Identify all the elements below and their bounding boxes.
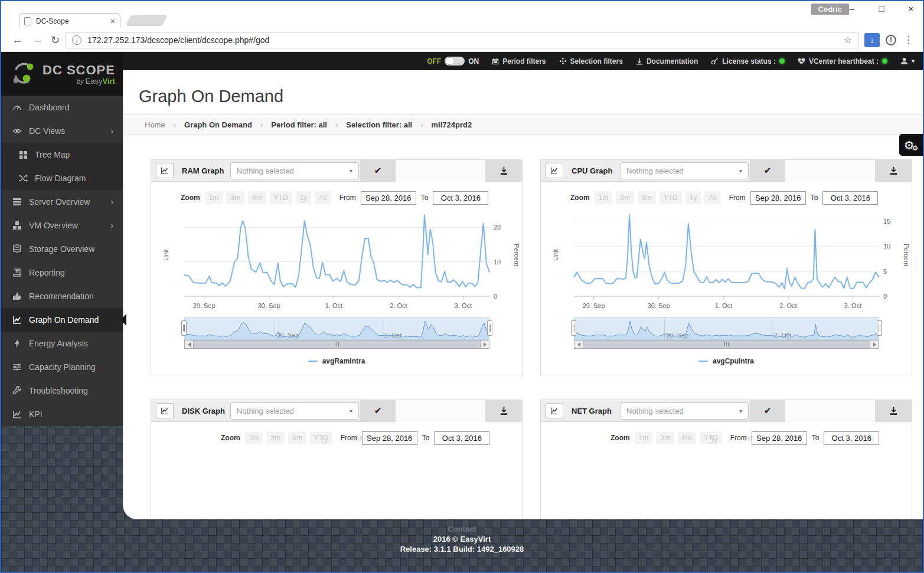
window-maximize-button[interactable]: □ <box>874 4 889 14</box>
period-filters-button[interactable]: Period filters <box>492 57 546 66</box>
navigator-chart[interactable]: 30. Sep2. Oct <box>184 317 489 340</box>
from-date-input[interactable]: Sep 28, 2016 <box>361 191 416 205</box>
metric-select-dropdown[interactable]: Nothing selected▾ <box>620 402 749 420</box>
download-extension-icon[interactable]: ↓ <box>864 33 880 47</box>
range-ytd-button[interactable]: YTD <box>659 191 682 204</box>
from-date-input[interactable]: Sep 28, 2016 <box>750 191 806 205</box>
browser-profile-chip[interactable]: Cedric <box>811 4 849 15</box>
range-3m-button[interactable]: 3m <box>266 431 285 444</box>
ram-legend[interactable]: avgRamIntra <box>151 357 522 365</box>
reload-button-icon[interactable]: ↻ <box>51 34 60 47</box>
browser-tab[interactable]: DC-Scope × <box>19 13 120 28</box>
export-download-button[interactable] <box>485 400 522 422</box>
settings-flyout-button[interactable]: ⚙ ⚙ <box>899 134 923 156</box>
forward-button-icon[interactable]: → <box>32 34 44 47</box>
contact-link[interactable]: Contact <box>1 524 923 534</box>
range-1m-button[interactable]: 1m <box>205 191 223 204</box>
documentation-button[interactable]: Documentation <box>636 57 698 66</box>
user-menu[interactable]: ▾ <box>900 57 915 65</box>
cpu-legend[interactable]: avgCpuIntra <box>541 357 912 365</box>
scroll-right-button[interactable] <box>480 340 489 349</box>
apply-metric-button[interactable]: ✔ <box>750 160 785 182</box>
scrollbar-track[interactable] <box>583 340 870 349</box>
range-1m-button[interactable]: 1m <box>595 191 613 204</box>
breadcrumb-graph-on-demand[interactable]: Graph On Demand <box>184 120 252 129</box>
range-all-button[interactable]: All <box>704 191 720 204</box>
breadcrumb-selection-filter[interactable]: Selection filter: all <box>346 120 412 129</box>
sidebar-item-server-overview[interactable]: Server Overview › <box>1 190 123 214</box>
vcenter-heartbeat-item[interactable]: VCenter hearthbeat : <box>798 57 887 66</box>
scrollbar-track[interactable] <box>194 340 480 349</box>
sidebar-item-dashboard[interactable]: Dashboard <box>1 96 123 119</box>
sidebar-item-dc-views[interactable]: DC Views › <box>1 119 123 143</box>
new-tab-button[interactable] <box>125 15 168 26</box>
apply-metric-button[interactable]: ✔ <box>360 400 396 422</box>
metric-select-dropdown[interactable]: Nothing selected▾ <box>230 162 359 179</box>
sidebar-item-capacity-planning[interactable]: Capacity Planning <box>1 355 123 379</box>
to-date-input[interactable]: Oct 3, 2016 <box>433 191 488 205</box>
page-info-icon[interactable]: i <box>72 35 81 45</box>
scroll-left-button[interactable] <box>574 340 583 349</box>
sidebar-item-recommendation[interactable]: Recommendation <box>1 284 123 308</box>
to-date-input[interactable]: Oct 3, 2016 <box>434 431 489 445</box>
range-3m-button[interactable]: 3m <box>226 191 244 204</box>
sidebar-item-flow-diagram[interactable]: Flow Diagram <box>1 166 123 190</box>
apply-metric-button[interactable]: ✔ <box>360 160 396 182</box>
to-date-input[interactable]: Oct 3, 2016 <box>824 431 879 445</box>
metric-select-dropdown[interactable]: Nothing selected▾ <box>620 162 749 179</box>
navigator-chart[interactable]: 30. Sep2. Oct <box>574 317 879 340</box>
breadcrumb-home[interactable]: Home <box>145 120 165 129</box>
address-bar[interactable]: i 172.27.252.173/dcscope/client/dcscope.… <box>66 32 858 48</box>
range-1y-button[interactable]: 1y <box>296 191 312 204</box>
range-6m-button[interactable]: 6m <box>638 191 656 204</box>
tab-close-icon[interactable]: × <box>110 17 115 26</box>
off-on-toggle[interactable]: OFF ON <box>427 57 479 66</box>
url-text[interactable]: 172.27.252.173/dcscope/client/dcscope.ph… <box>87 35 844 45</box>
navigator-handle-right[interactable] <box>877 320 882 336</box>
bookmark-star-icon[interactable]: ☆ <box>844 34 852 45</box>
breadcrumb-period-filter[interactable]: Period filter: all <box>271 120 327 129</box>
scroll-left-button[interactable] <box>184 340 194 349</box>
range-6m-button[interactable]: 6m <box>248 191 266 204</box>
sidebar-item-vm-overview[interactable]: VM Overview › <box>1 214 123 237</box>
selection-filters-button[interactable]: Selection filters <box>559 57 623 66</box>
range-1m-button[interactable]: 1m <box>245 431 263 444</box>
license-status-item[interactable]: License status : <box>711 57 785 66</box>
range-6m-button[interactable]: 6m <box>678 431 696 444</box>
navigator-handle-left[interactable] <box>571 320 576 336</box>
scroll-right-button[interactable] <box>870 340 879 349</box>
info-extension-icon[interactable]: ! <box>886 35 896 45</box>
sidebar-item-tree-map[interactable]: Tree Map <box>1 143 123 166</box>
to-date-input[interactable]: Oct 3, 2016 <box>822 191 878 205</box>
export-download-button[interactable] <box>875 160 912 182</box>
range-1y-button[interactable]: 1y <box>685 191 701 204</box>
toggle-switch[interactable] <box>445 57 465 66</box>
range-6m-button[interactable]: 6m <box>288 431 306 444</box>
sidebar-item-reporting[interactable]: Reporting <box>1 261 123 284</box>
sidebar-item-energy-analysis[interactable]: Energy Analysis <box>1 332 123 355</box>
export-download-button[interactable] <box>485 160 522 182</box>
navigator-handle-right[interactable] <box>487 320 492 336</box>
sidebar-item-troubleshooting[interactable]: Troubleshooting <box>1 379 123 402</box>
sidebar-item-graph-on-demand[interactable]: Graph On Demand <box>1 308 123 332</box>
browser-menu-icon[interactable]: ⋮ <box>903 34 913 46</box>
range-3m-button[interactable]: 3m <box>656 431 674 444</box>
metric-select-dropdown[interactable]: Nothing selected▾ <box>230 402 359 420</box>
range-1m-button[interactable]: 1m <box>635 431 653 444</box>
range-all-button[interactable]: All <box>315 191 331 204</box>
sidebar-item-storage-overview[interactable]: Storage Overview <box>1 237 123 261</box>
apply-metric-button[interactable]: ✔ <box>750 400 785 422</box>
window-minimize-button[interactable]: – <box>845 4 859 14</box>
range-ytd-button[interactable]: YTD <box>270 191 292 204</box>
from-date-input[interactable]: Sep 28, 2016 <box>362 431 417 445</box>
navigator-handle-left[interactable] <box>181 320 187 336</box>
back-button-icon[interactable]: ← <box>12 34 23 47</box>
range-3m-button[interactable]: 3m <box>616 191 634 204</box>
sidebar-item-kpi[interactable]: KPI <box>1 402 123 426</box>
export-download-button[interactable] <box>875 400 912 422</box>
window-close-button[interactable]: × <box>904 4 918 14</box>
ram-chart[interactable]: 0102029. Sep30. Sep1. Oct2. Oct3. OctUni… <box>159 208 525 313</box>
cpu-chart[interactable]: 05101529. Sep30. Sep1. Oct2. Oct3. OctUn… <box>548 208 915 313</box>
breadcrumb-current-vm: mil724prd2 <box>432 120 472 129</box>
from-date-input[interactable]: Sep 28, 2016 <box>752 431 807 445</box>
